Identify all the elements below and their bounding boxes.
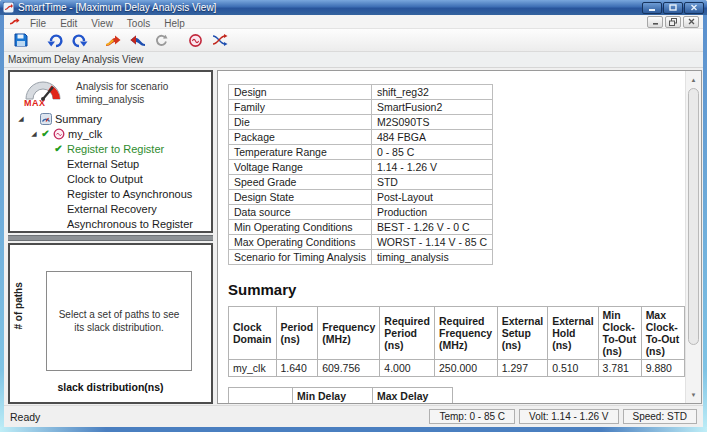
show-paths-icon[interactable] — [207, 30, 231, 50]
tab-strip: Maximum Delay Analysis View — [4, 52, 703, 68]
table-cell: Design State — [229, 190, 372, 205]
tree-item-label: Summary — [53, 113, 102, 125]
table-cell: STD — [371, 175, 492, 190]
table-cell: Scenario for Timing Analysis — [229, 250, 372, 265]
recalculate-icon[interactable] — [149, 30, 173, 50]
window-frame-bottom — [0, 427, 707, 432]
status-voltage: Volt: 1.14 - 1.26 V — [519, 409, 619, 424]
tree-item-label: my_clk — [66, 128, 102, 140]
table-cell: Production — [371, 205, 492, 220]
column-header: Max Delay (ns) — [373, 388, 453, 404]
menu-edit[interactable]: Edit — [53, 18, 84, 29]
slack-y-axis-label: # of paths — [13, 282, 24, 329]
table-cell: shift_reg32 — [371, 85, 492, 100]
close-button[interactable] — [684, 2, 704, 14]
table-cell: Family — [229, 100, 372, 115]
menu-tools[interactable]: Tools — [120, 18, 157, 29]
tree-item-label: Asynchronous to Register — [65, 218, 193, 230]
tree-item-external-recovery[interactable]: External Recovery — [10, 201, 211, 216]
gauge-max-label: MAX — [24, 98, 46, 108]
constraints-editor-icon[interactable] — [183, 30, 207, 50]
table-cell: 0.510 — [548, 360, 598, 377]
table-cell: timing_analysis — [371, 250, 492, 265]
table-cell: 0 - 85 C — [371, 145, 492, 160]
scroll-down-arrow[interactable]: ▼ — [686, 387, 701, 402]
table-cell: Design — [229, 85, 372, 100]
tab-maximum-delay-analysis-view: Maximum Delay Analysis View — [8, 54, 143, 65]
summary-heading: Summary — [228, 281, 685, 298]
mdi-close-button[interactable] — [683, 16, 699, 28]
expander-icon[interactable]: ◢ — [29, 130, 39, 138]
table-cell: 1.640 — [276, 360, 318, 377]
analysis-tree-panel: MAX Analysis for scenario timing_analysi… — [8, 70, 213, 233]
column-header: Min Clock-To-Out (ns) — [598, 307, 641, 360]
table-cell: my_clk — [229, 360, 277, 377]
tree-item-external-setup[interactable]: External Setup — [10, 156, 211, 171]
vertical-scrollbar[interactable]: ▲ ▼ — [685, 71, 701, 403]
tree-item-register-to-asynchronous[interactable]: Register to Asynchronous — [10, 186, 211, 201]
scenario-name: timing_analysis — [76, 94, 144, 105]
workspace: MAX Analysis for scenario timing_analysi… — [4, 68, 703, 405]
tree-item-summary[interactable]: ◢Summary — [10, 111, 211, 126]
redo-icon[interactable] — [67, 30, 91, 50]
scrollbar-thumb[interactable] — [688, 88, 699, 345]
status-ready: Ready — [10, 411, 40, 423]
column-header: Required Period (ns) — [380, 307, 435, 360]
tree-item-label: Register to Asynchronous — [65, 188, 192, 200]
expander-icon[interactable]: ◢ — [16, 115, 26, 123]
mdi-restore-button[interactable] — [665, 16, 681, 28]
table-cell: Temperature Range — [229, 145, 372, 160]
save-icon[interactable] — [9, 30, 33, 50]
design-properties-table: Designshift_reg32FamilySmartFusion2DieM2… — [228, 84, 493, 265]
table-cell: 1.14 - 1.26 V — [371, 160, 492, 175]
tree-item-clock-to-output[interactable]: Clock to Output — [10, 171, 211, 186]
slack-chart-area: Select a set of paths to see its slack d… — [46, 271, 192, 371]
maximize-button[interactable] — [663, 2, 683, 14]
scenario-label: Analysis for scenario timing_analysis — [76, 77, 168, 106]
table-row: Speed GradeSTD — [229, 175, 493, 190]
tree-item-my-clk[interactable]: ◢✔my_clk — [10, 126, 211, 141]
table-cell: 250.000 — [435, 360, 498, 377]
table-row: Data sourceProduction — [229, 205, 493, 220]
slack-distribution-panel: # of paths Select a set of paths to see … — [8, 243, 213, 404]
menu-file[interactable]: File — [23, 18, 53, 29]
slack-x-axis-label: slack distribution(ns) — [10, 381, 211, 393]
tree-item-label: Register to Register — [65, 143, 164, 155]
table-row: my_clk1.640609.7564.000250.0001.2970.510… — [229, 360, 685, 377]
checkmark-icon: ✔ — [52, 143, 65, 154]
table-row: Max Operating ConditionsWORST - 1.14 V -… — [229, 235, 493, 250]
column-header: Min Delay (ns) — [293, 388, 373, 404]
mdi-child-icon — [6, 13, 23, 31]
table-header-row: Clock DomainPeriod (ns)Frequency (MHz)Re… — [229, 307, 685, 360]
column-header: Max Clock-To-Out (ns) — [641, 307, 684, 360]
table-cell: Voltage Range — [229, 160, 372, 175]
menu-bar: FileEditViewToolsHelp — [4, 15, 703, 29]
table-row: Min Operating ConditionsBEST - 1.26 V - … — [229, 220, 493, 235]
tree-item-register-to-register[interactable]: ✔Register to Register — [10, 141, 211, 156]
menu-view[interactable]: View — [84, 18, 120, 29]
menu-help[interactable]: Help — [157, 18, 192, 29]
table-row: Voltage Range1.14 - 1.26 V — [229, 160, 493, 175]
panel-splitter[interactable] — [8, 235, 213, 241]
table-cell: 609.756 — [318, 360, 380, 377]
minimum-delay-analysis-icon[interactable] — [125, 30, 149, 50]
undo-icon[interactable] — [43, 30, 67, 50]
pin-to-pin-delay-table: Min Delay (ns)Max Delay (ns)Input to Out… — [228, 387, 453, 403]
column-header: Required Frequency (MHz) — [435, 307, 498, 360]
mdi-minimize-button[interactable] — [647, 16, 663, 28]
table-row: Designshift_reg32 — [229, 85, 493, 100]
tree-item-asynchronous-to-register[interactable]: Asynchronous to Register — [10, 216, 211, 231]
clock-domain-summary-table: Clock DomainPeriod (ns)Frequency (MHz)Re… — [228, 306, 685, 377]
table-cell: Speed Grade — [229, 175, 372, 190]
table-cell: 9.880 — [641, 360, 684, 377]
application-window: SmartTime - [Maximum Delay Analysis View… — [0, 0, 707, 432]
column-header: Clock Domain — [229, 307, 277, 360]
table-row: Package484 FBGA — [229, 130, 493, 145]
table-row: FamilySmartFusion2 — [229, 100, 493, 115]
window-frame-right — [703, 15, 707, 432]
minimize-button[interactable] — [642, 2, 662, 14]
maximum-delay-analysis-icon[interactable] — [101, 30, 125, 50]
tree-item-label: External Setup — [65, 158, 139, 170]
analysis-report-panel: Designshift_reg32FamilySmartFusion2DieM2… — [217, 70, 702, 404]
scroll-up-arrow[interactable]: ▲ — [686, 72, 701, 87]
